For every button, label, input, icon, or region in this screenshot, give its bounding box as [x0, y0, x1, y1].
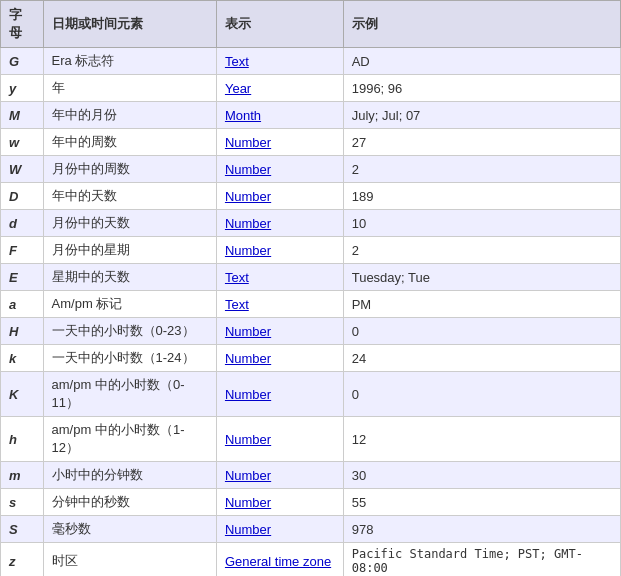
element-cell: 月份中的周数: [43, 156, 216, 183]
table-header-row: 字母 日期或时间元素 表示 示例: [1, 1, 621, 48]
repr-link[interactable]: Number: [225, 324, 271, 339]
char-cell: E: [1, 264, 44, 291]
repr-link[interactable]: General time zone: [225, 554, 331, 569]
table-row: GEra 标志符TextAD: [1, 48, 621, 75]
table-row: m小时中的分钟数Number30: [1, 462, 621, 489]
repr-link[interactable]: Number: [225, 522, 271, 537]
repr-link[interactable]: Number: [225, 162, 271, 177]
char-cell: k: [1, 345, 44, 372]
repr-cell[interactable]: Number: [216, 516, 343, 543]
table-row: D年中的天数Number189: [1, 183, 621, 210]
example-cell: 55: [343, 489, 620, 516]
repr-link[interactable]: Month: [225, 108, 261, 123]
char-cell: H: [1, 318, 44, 345]
repr-cell[interactable]: Number: [216, 489, 343, 516]
example-cell: 10: [343, 210, 620, 237]
table-row: z时区General time zonePacific Standard Tim…: [1, 543, 621, 577]
repr-cell[interactable]: Number: [216, 462, 343, 489]
table-row: ham/pm 中的小时数（1-12）Number12: [1, 417, 621, 462]
example-cell: 30: [343, 462, 620, 489]
repr-cell[interactable]: Number: [216, 345, 343, 372]
table-row: F月份中的星期Number2: [1, 237, 621, 264]
char-cell: a: [1, 291, 44, 318]
example-cell: 27: [343, 129, 620, 156]
element-cell: 年中的月份: [43, 102, 216, 129]
element-cell: Am/pm 标记: [43, 291, 216, 318]
element-cell: 分钟中的秒数: [43, 489, 216, 516]
repr-link[interactable]: Number: [225, 243, 271, 258]
char-cell: h: [1, 417, 44, 462]
repr-cell[interactable]: General time zone: [216, 543, 343, 577]
repr-cell[interactable]: Number: [216, 237, 343, 264]
repr-cell[interactable]: Number: [216, 372, 343, 417]
repr-link[interactable]: Number: [225, 432, 271, 447]
table-row: W月份中的周数Number2: [1, 156, 621, 183]
element-cell: am/pm 中的小时数（0-11）: [43, 372, 216, 417]
example-cell: 12: [343, 417, 620, 462]
repr-link[interactable]: Number: [225, 135, 271, 150]
repr-link[interactable]: Year: [225, 81, 251, 96]
example-cell: AD: [343, 48, 620, 75]
header-example: 示例: [343, 1, 620, 48]
table-row: H一天中的小时数（0-23）Number0: [1, 318, 621, 345]
repr-link[interactable]: Number: [225, 216, 271, 231]
example-cell: PM: [343, 291, 620, 318]
header-repr: 表示: [216, 1, 343, 48]
element-cell: 一天中的小时数（0-23）: [43, 318, 216, 345]
repr-cell[interactable]: Text: [216, 264, 343, 291]
element-cell: 小时中的分钟数: [43, 462, 216, 489]
example-cell: 24: [343, 345, 620, 372]
char-cell: G: [1, 48, 44, 75]
repr-cell[interactable]: Number: [216, 183, 343, 210]
table-row: w年中的周数Number27: [1, 129, 621, 156]
repr-cell[interactable]: Text: [216, 48, 343, 75]
table-row: E星期中的天数TextTuesday; Tue: [1, 264, 621, 291]
table-row: s分钟中的秒数Number55: [1, 489, 621, 516]
element-cell: Era 标志符: [43, 48, 216, 75]
repr-cell[interactable]: Month: [216, 102, 343, 129]
example-cell: 0: [343, 372, 620, 417]
table-row: Kam/pm 中的小时数（0-11）Number0: [1, 372, 621, 417]
char-cell: M: [1, 102, 44, 129]
repr-cell[interactable]: Number: [216, 318, 343, 345]
repr-cell[interactable]: Number: [216, 129, 343, 156]
repr-link[interactable]: Text: [225, 297, 249, 312]
repr-link[interactable]: Number: [225, 468, 271, 483]
repr-cell[interactable]: Text: [216, 291, 343, 318]
char-cell: F: [1, 237, 44, 264]
element-cell: 时区: [43, 543, 216, 577]
repr-cell[interactable]: Number: [216, 210, 343, 237]
repr-cell[interactable]: Year: [216, 75, 343, 102]
element-cell: 月份中的天数: [43, 210, 216, 237]
table-row: aAm/pm 标记TextPM: [1, 291, 621, 318]
element-cell: 年中的天数: [43, 183, 216, 210]
repr-cell[interactable]: Number: [216, 156, 343, 183]
repr-link[interactable]: Number: [225, 351, 271, 366]
element-cell: 年中的周数: [43, 129, 216, 156]
example-cell: Tuesday; Tue: [343, 264, 620, 291]
repr-cell[interactable]: Number: [216, 417, 343, 462]
char-cell: W: [1, 156, 44, 183]
element-cell: 月份中的星期: [43, 237, 216, 264]
char-cell: D: [1, 183, 44, 210]
repr-link[interactable]: Number: [225, 189, 271, 204]
example-cell: 2: [343, 237, 620, 264]
example-cell: 189: [343, 183, 620, 210]
example-cell: 1996; 96: [343, 75, 620, 102]
element-cell: 一天中的小时数（1-24）: [43, 345, 216, 372]
repr-link[interactable]: Text: [225, 54, 249, 69]
example-cell: 2: [343, 156, 620, 183]
example-cell: 0: [343, 318, 620, 345]
table-row: y年Year1996; 96: [1, 75, 621, 102]
repr-link[interactable]: Text: [225, 270, 249, 285]
datetime-format-table: 字母 日期或时间元素 表示 示例 GEra 标志符TextADy年Year199…: [0, 0, 621, 576]
example-cell: July; Jul; 07: [343, 102, 620, 129]
repr-link[interactable]: Number: [225, 387, 271, 402]
repr-link[interactable]: Number: [225, 495, 271, 510]
header-char: 字母: [1, 1, 44, 48]
element-cell: 星期中的天数: [43, 264, 216, 291]
table-row: d月份中的天数Number10: [1, 210, 621, 237]
char-cell: m: [1, 462, 44, 489]
char-cell: y: [1, 75, 44, 102]
example-cell: Pacific Standard Time; PST; GMT-08:00: [343, 543, 620, 577]
